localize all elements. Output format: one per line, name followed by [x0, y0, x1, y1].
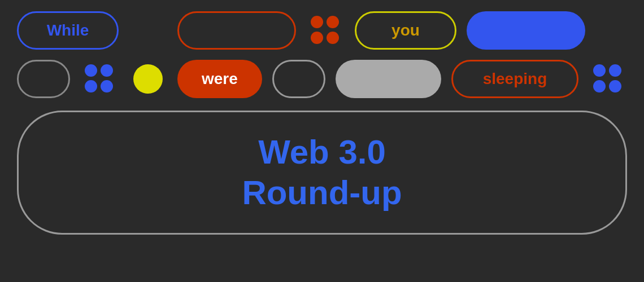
row-1: While you — [17, 11, 627, 50]
svg-point-0 — [134, 16, 162, 45]
circle-yellow — [133, 64, 163, 94]
clover-dot-4 — [327, 32, 339, 44]
icon-clover-blue-2 — [589, 60, 627, 98]
pill-you-label: you — [391, 21, 420, 39]
pinwheel-icon — [133, 15, 164, 46]
pill-empty-gray — [17, 60, 70, 98]
clover-blue-grid-2 — [593, 64, 623, 94]
icon-circle-yellow — [129, 60, 167, 98]
clover-blue-grid — [85, 64, 114, 94]
pill-were-label: were — [202, 70, 238, 88]
clover-red-grid — [311, 16, 340, 45]
row-2: were sleeping — [17, 60, 627, 98]
main-pill: Web 3.0 Round-up — [17, 111, 627, 235]
pill-while[interactable]: While — [17, 11, 119, 50]
main-title: Web 3.0 Round-up — [242, 132, 402, 213]
icon-clover-red — [306, 11, 345, 50]
clover-blue2-dot-3 — [593, 80, 606, 92]
clover-blue-dot-1 — [85, 64, 97, 77]
pill-sleeping[interactable]: sleeping — [451, 60, 578, 98]
pill-empty-red — [177, 11, 296, 50]
pill-solid-blue[interactable] — [467, 11, 585, 50]
clover-blue-dot-4 — [101, 80, 113, 92]
pill-were[interactable]: were — [177, 60, 262, 98]
clover-blue2-dot-4 — [609, 80, 621, 92]
icon-clover-blue — [80, 60, 119, 98]
clover-dot-1 — [311, 16, 323, 28]
clover-blue2-dot-1 — [593, 64, 606, 77]
clover-dot-3 — [311, 32, 323, 44]
pill-you[interactable]: you — [355, 11, 456, 50]
main-title-line2: Round-up — [242, 173, 402, 213]
pill-while-label: While — [47, 21, 89, 39]
clover-blue-dot-2 — [101, 64, 113, 77]
pill-gray-solid — [336, 60, 441, 98]
icon-pinwheel — [129, 11, 167, 50]
clover-blue-dot-3 — [85, 80, 97, 92]
clover-blue2-dot-2 — [609, 64, 621, 77]
pill-sleeping-label: sleeping — [483, 70, 547, 88]
pill-empty-white — [272, 60, 325, 98]
main-title-line1: Web 3.0 — [242, 132, 402, 173]
clover-dot-2 — [327, 16, 339, 28]
